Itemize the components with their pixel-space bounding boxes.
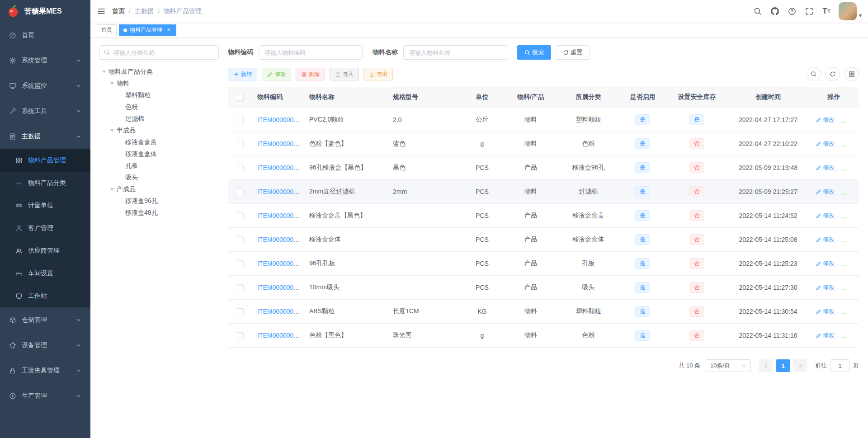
sidebar-item-workshop-settings[interactable]: 车间设置 [0,262,90,285]
row-checkbox[interactable] [237,332,244,339]
help-question-icon[interactable] [783,0,801,23]
row-checkbox[interactable] [237,188,244,195]
sidebar-item-home[interactable]: 首页 [0,23,90,48]
sidebar-item-material-product-management[interactable]: 物料产品管理 [0,149,90,172]
goto-page-input[interactable] [830,359,850,372]
sidebar-item-fixture-management[interactable]: 工装夹具管理 [0,358,90,383]
edit-button[interactable]: 修改 [262,68,291,80]
delete-button[interactable]: 删除 [296,68,325,80]
category-search-input[interactable] [99,45,219,60]
sidebar-item-warehouse-management[interactable]: 仓储管理 [0,307,90,333]
sidebar-item-supplier-management[interactable]: 供应商管理 [0,240,90,262]
row-checkbox[interactable] [237,236,244,243]
material-code-input[interactable] [259,45,363,60]
material-type-cell: 产品 [504,204,558,228]
active-tab-dot [123,28,127,32]
tab-material-product-management[interactable]: 物料产品管理 × [119,24,176,36]
refresh-button[interactable] [826,67,840,81]
row-edit-button[interactable]: 修改 [816,116,835,124]
sidebar-item-equipment-management[interactable]: 设备管理 [0,333,90,358]
sidebar-item-master-data[interactable]: 主数据 [0,124,90,149]
breadcrumb-separator: / [129,8,131,15]
prev-page-button[interactable] [759,359,773,372]
next-page-button[interactable] [793,359,807,372]
material-code-link[interactable]: ITEM00000049 [257,188,301,195]
menu-fold-icon[interactable] [90,0,112,23]
font-size-icon[interactable]: TT [818,0,835,23]
row-checkbox[interactable] [237,165,244,171]
toggle-search-button[interactable] [807,67,821,81]
row-checkbox[interactable] [237,284,244,291]
search-icon[interactable] [749,0,766,23]
sidebar-item-production-management[interactable]: 生产管理 [0,383,90,409]
sidebar-item-material-product-category[interactable]: 物料产品分类 [0,172,90,194]
row-checkbox[interactable] [237,117,244,123]
chevron-down-icon [76,368,81,373]
row-edit-button[interactable]: 修改 [816,259,835,268]
tree-node[interactable]: 塑料颗粒 [99,89,219,101]
select-all-checkbox[interactable] [237,94,244,101]
sidebar-item-system-monitor[interactable]: 系统监控 [0,73,90,99]
app-logo[interactable]: 苦糖果MES [0,0,90,23]
row-edit-button[interactable]: 修改 [816,235,835,244]
header-material-name: 物料名称 [305,87,388,108]
row-edit-button[interactable]: 修改 [816,331,835,339]
material-code-link[interactable]: ITEM00000053 [257,260,301,267]
import-button[interactable]: 导入 [330,68,359,80]
material-code-link[interactable]: ITEM00000041 [257,140,301,147]
filter-form: 物料编码 物料名称 搜索 重置 [228,45,859,60]
column-settings-button[interactable] [844,67,859,81]
sidebar-item-customer-management[interactable]: 客户管理 [0,217,90,240]
material-code-link[interactable]: ITEM00000054 [257,284,301,291]
row-checkbox[interactable] [237,308,244,315]
row-checkbox[interactable] [237,260,244,267]
tab-close-icon[interactable]: × [165,27,172,33]
row-edit-button[interactable]: 修改 [816,283,835,292]
tree-node[interactable]: 移液盒96孔 [99,195,219,207]
row-edit-button[interactable]: 修改 [816,188,835,196]
sidebar-item-workstation[interactable]: 工作站 [0,285,90,307]
tree-node[interactable]: 移液盒盒体 [99,148,219,160]
sidebar-item-system-tools[interactable]: 系统工具 [0,99,90,124]
page-size-select[interactable]: 10条/页 [706,359,751,372]
row-edit-button[interactable]: 修改 [816,164,835,172]
tree-node[interactable]: 半成品 [99,125,219,137]
page-number-button[interactable]: 1 [776,359,790,372]
material-code-link[interactable]: ITEM00000051 [257,212,301,219]
sidebar-item-system-management[interactable]: 系统管理 [0,48,90,73]
tree-node[interactable]: 过滤棉 [99,113,219,125]
tree-node[interactable]: 物料 [99,78,219,89]
material-code-link[interactable]: ITEM00000056 [257,332,301,339]
breadcrumb-home[interactable]: 首页 [112,7,125,15]
tree-node[interactable]: 产成品 [99,184,219,195]
row-edit-button[interactable]: 修改 [816,307,835,316]
row-edit-button[interactable]: 修改 [816,140,835,148]
fullscreen-icon[interactable] [801,0,818,23]
safety-stock-tag: 否 [689,162,704,173]
material-code-link[interactable]: ITEM00000055 [257,308,301,315]
reset-button[interactable]: 重置 [556,45,590,60]
row-edit-button[interactable]: 修改 [816,212,835,220]
material-name-input[interactable] [403,45,507,60]
chevron-down-icon [76,108,81,114]
export-button[interactable]: 导出 [363,68,393,80]
tree-node[interactable]: 色粉 [99,101,219,113]
sidebar-item-measure-unit[interactable]: 计量单位 [0,194,90,217]
workshop-building-icon [15,270,23,277]
row-checkbox[interactable] [237,141,244,147]
enabled-tag: 是 [635,210,650,221]
tree-node-root[interactable]: 物料及产品分类 [99,66,219,78]
tree-node[interactable]: 孔板 [99,160,219,172]
tab-home[interactable]: 首页 [97,24,117,36]
material-code-link[interactable]: ITEM00000037 [257,116,301,123]
add-button[interactable]: 新增 [228,68,257,80]
tree-node[interactable]: 移液盒48孔 [99,207,219,219]
material-code-link[interactable]: ITEM00000046 [257,164,301,171]
search-button[interactable]: 搜索 [517,45,551,60]
github-icon[interactable] [766,0,783,23]
tree-node[interactable]: 移液盒盒盖 [99,137,219,148]
material-code-link[interactable]: ITEM00000052 [257,236,301,243]
tree-node[interactable]: 吸头 [99,172,219,184]
user-menu[interactable]: ▾ [835,2,868,20]
row-checkbox[interactable] [237,212,244,219]
